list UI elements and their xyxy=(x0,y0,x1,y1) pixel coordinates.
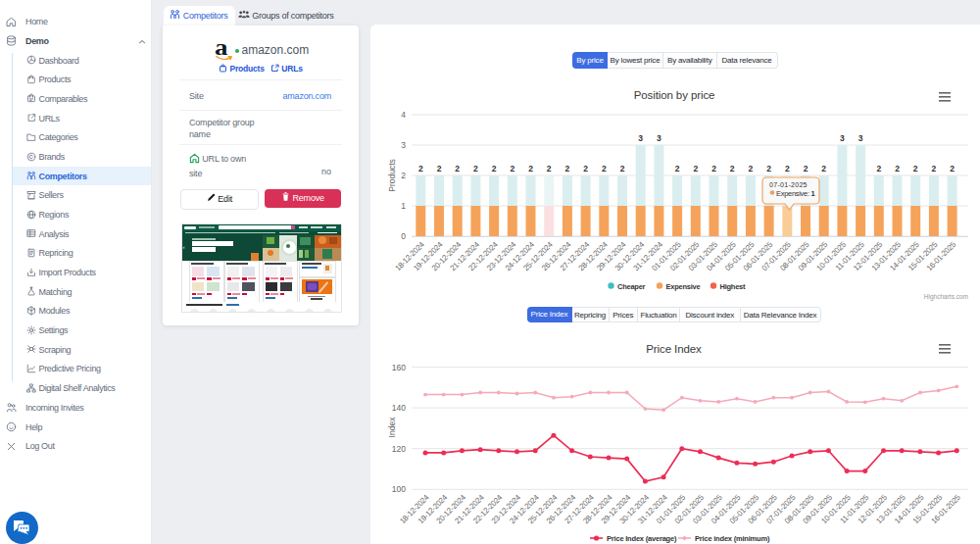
svg-text:120: 120 xyxy=(392,444,406,454)
svg-text:2: 2 xyxy=(620,164,625,173)
svg-text:2: 2 xyxy=(730,164,735,173)
svg-text:140: 140 xyxy=(392,403,406,413)
svg-text:Price index (minimum): Price index (minimum) xyxy=(695,534,770,543)
svg-text:2: 2 xyxy=(492,164,497,173)
svg-text:2: 2 xyxy=(473,164,478,173)
svg-text:2: 2 xyxy=(950,164,955,173)
svg-text:07-01-2025: 07-01-2025 xyxy=(769,181,808,188)
svg-text:2: 2 xyxy=(547,164,552,173)
svg-text:2: 2 xyxy=(401,171,406,180)
svg-text:2: 2 xyxy=(932,164,937,173)
svg-text:3: 3 xyxy=(840,133,845,143)
svg-text:2: 2 xyxy=(437,164,442,173)
svg-text:Position by price: Position by price xyxy=(634,89,715,101)
svg-text:Expensive: Expensive xyxy=(666,282,701,291)
svg-text:2: 2 xyxy=(766,164,771,173)
svg-text:2: 2 xyxy=(602,164,607,173)
svg-text:3: 3 xyxy=(657,133,662,143)
svg-text:2: 2 xyxy=(565,164,570,173)
svg-text:Expensive: 1: Expensive: 1 xyxy=(776,189,814,198)
svg-text:2: 2 xyxy=(675,164,680,173)
svg-text:160: 160 xyxy=(392,363,406,372)
svg-text:2: 2 xyxy=(749,164,754,173)
svg-text:2: 2 xyxy=(804,164,808,173)
svg-text:3: 3 xyxy=(638,133,643,143)
svg-text:3: 3 xyxy=(401,140,406,150)
svg-text:2: 2 xyxy=(528,164,533,173)
svg-text:100: 100 xyxy=(392,484,406,494)
svg-text:Cheaper: Cheaper xyxy=(617,282,646,291)
svg-text:2: 2 xyxy=(583,164,588,173)
svg-text:Products: Products xyxy=(387,159,397,192)
svg-text:2: 2 xyxy=(693,164,698,173)
svg-text:Price Index: Price Index xyxy=(646,343,702,355)
svg-text:3: 3 xyxy=(858,133,863,143)
svg-text:2: 2 xyxy=(418,164,423,173)
svg-text:2: 2 xyxy=(821,164,826,173)
svg-text:2: 2 xyxy=(455,164,460,173)
svg-text:Price Index (average): Price Index (average) xyxy=(607,534,677,543)
svg-text:2: 2 xyxy=(785,164,790,173)
svg-text:2: 2 xyxy=(876,164,881,173)
svg-text:4: 4 xyxy=(401,110,406,120)
svg-text:Highcharts.com: Highcharts.com xyxy=(924,293,968,301)
svg-text:2: 2 xyxy=(895,164,900,173)
svg-text:2: 2 xyxy=(510,164,514,173)
svg-text:0: 0 xyxy=(401,231,406,241)
svg-text:Highest: Highest xyxy=(720,282,747,291)
svg-text:2: 2 xyxy=(913,164,918,173)
svg-text:Index: Index xyxy=(387,417,397,438)
svg-text:2: 2 xyxy=(711,164,716,173)
svg-text:1: 1 xyxy=(401,201,406,211)
